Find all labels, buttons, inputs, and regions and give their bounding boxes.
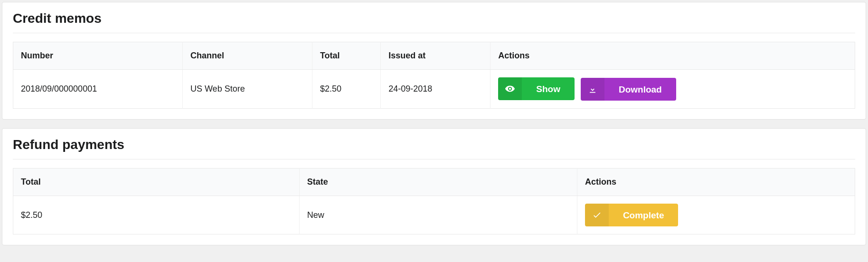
cell-refund-actions: Complete	[577, 196, 855, 234]
table-row: 2018/09/000000001 US Web Store $2.50 24-…	[13, 70, 855, 109]
credit-memos-panel: Credit memos Number Channel Total Issued…	[2, 2, 866, 120]
cell-refund-total: $2.50	[13, 196, 300, 234]
credit-memos-table: Number Channel Total Issued at Actions 2…	[13, 42, 855, 109]
cell-issued-at: 24-09-2018	[381, 70, 491, 109]
col-header-actions: Actions	[491, 42, 855, 70]
col-header-refund-state: State	[299, 168, 577, 196]
credit-memos-header-row: Number Channel Total Issued at Actions	[13, 42, 855, 70]
cell-refund-state: New	[299, 196, 577, 234]
col-header-issued-at: Issued at	[381, 42, 491, 70]
refund-payments-header-row: Total State Actions	[13, 168, 855, 196]
complete-button-label: Complete	[609, 204, 679, 226]
cell-total: $2.50	[312, 70, 380, 109]
eye-icon	[498, 77, 522, 100]
col-header-refund-actions: Actions	[577, 168, 855, 196]
col-header-refund-total: Total	[13, 168, 300, 196]
table-row: $2.50 New Complete	[13, 196, 855, 234]
show-button[interactable]: Show	[498, 77, 575, 100]
check-icon	[585, 204, 609, 226]
download-icon	[581, 78, 604, 101]
col-header-total: Total	[312, 42, 380, 70]
complete-button[interactable]: Complete	[585, 204, 679, 226]
col-header-channel: Channel	[182, 42, 312, 70]
cell-channel: US Web Store	[182, 70, 312, 109]
refund-payments-panel: Refund payments Total State Actions $2.5…	[2, 128, 866, 245]
cell-actions: Show Download	[491, 70, 855, 109]
refund-payments-table: Total State Actions $2.50 New Complete	[13, 168, 855, 234]
refund-payments-title: Refund payments	[13, 137, 855, 159]
download-button[interactable]: Download	[581, 78, 676, 101]
show-button-label: Show	[522, 77, 575, 100]
col-header-number: Number	[13, 42, 183, 70]
credit-memos-title: Credit memos	[13, 11, 855, 33]
download-button-label: Download	[604, 78, 676, 101]
cell-number: 2018/09/000000001	[13, 70, 183, 109]
